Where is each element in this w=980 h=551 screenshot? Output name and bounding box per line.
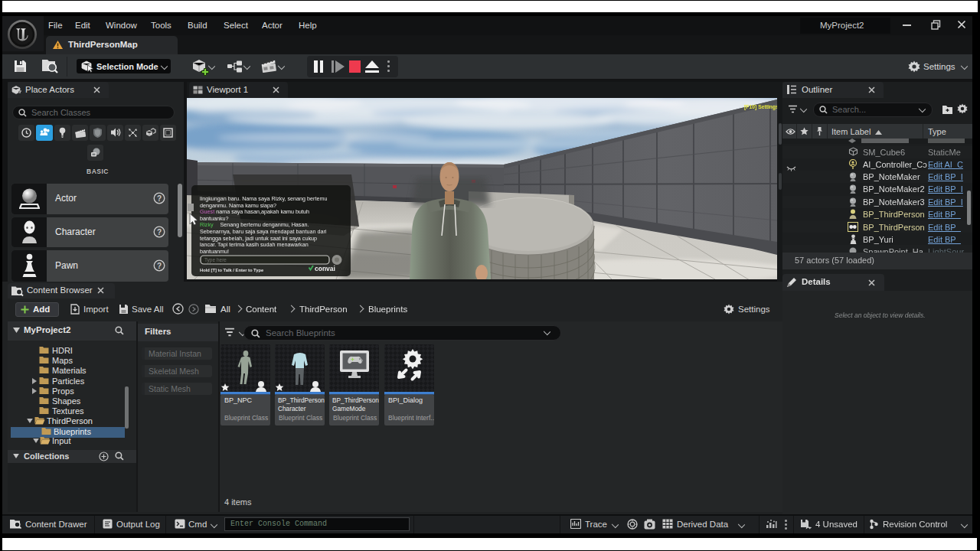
svg-text:bantuanmu!: bantuanmu! xyxy=(200,248,229,255)
svg-text:?: ? xyxy=(157,262,162,270)
svg-text:BPI_Dialog: BPI_Dialog xyxy=(388,396,423,404)
svg-text:Hold [T] to Talk / Enter to Ty: Hold [T] to Talk / Enter to Type xyxy=(200,268,264,272)
svg-text:convai: convai xyxy=(315,265,335,272)
svg-text:Type here: Type here xyxy=(204,257,227,263)
svg-text:?: ? xyxy=(157,228,162,236)
svg-text:?: ? xyxy=(157,194,162,203)
svg-text:BP_ThirdPerson: BP_ThirdPerson xyxy=(332,396,379,404)
svg-text:Blueprint Class: Blueprint Class xyxy=(224,414,268,422)
svg-text:GameMode: GameMode xyxy=(332,405,366,412)
svg-text:[F10] Settings: [F10] Settings xyxy=(744,104,777,110)
svg-text:BP_ThirdPerson: BP_ThirdPerson xyxy=(278,396,325,404)
svg-text:Blueprint Class: Blueprint Class xyxy=(279,414,322,422)
svg-text:Blueprint Interf...: Blueprint Interf... xyxy=(388,414,434,422)
svg-text:Blueprint Class: Blueprint Class xyxy=(333,414,377,422)
svg-text:BP_NPC: BP_NPC xyxy=(224,396,253,404)
svg-text:Character: Character xyxy=(278,405,306,412)
